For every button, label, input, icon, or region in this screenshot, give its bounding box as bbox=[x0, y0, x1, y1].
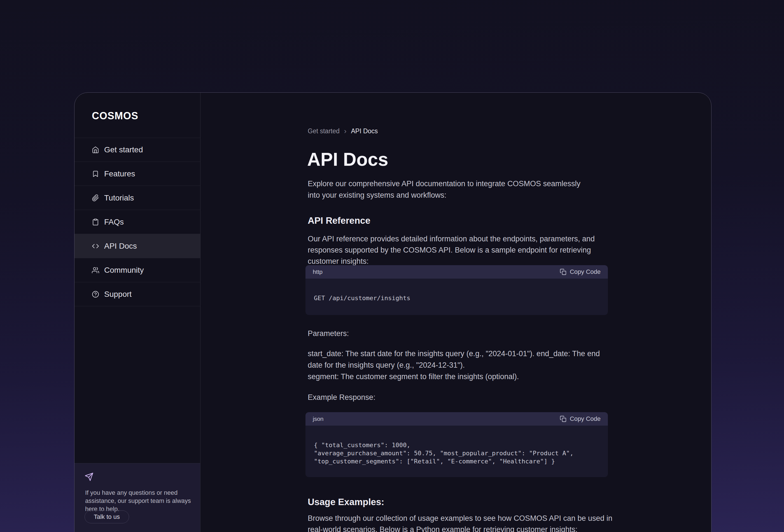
copy-code-button[interactable]: Copy Code bbox=[560, 268, 600, 276]
sidebar-item-faqs[interactable]: FAQs bbox=[75, 210, 200, 234]
usage-examples-text: Browse through our collection of usage e… bbox=[308, 513, 613, 532]
parameters-text: start_date: The start date for the insig… bbox=[308, 348, 616, 383]
breadcrumb-parent[interactable]: Get started bbox=[308, 128, 340, 135]
code-body: { "total_customers": 1000, "average_purc… bbox=[306, 426, 608, 477]
sidebar-item-label: Community bbox=[104, 266, 144, 275]
parameters-label: Parameters: bbox=[308, 328, 349, 339]
talk-to-us-button[interactable]: Talk to us bbox=[85, 510, 129, 523]
intro-text: Explore our comprehensive API documentat… bbox=[308, 178, 593, 201]
page-background: COSMOS Get started Features bbox=[0, 0, 784, 532]
code-header: json Copy Code bbox=[306, 412, 608, 426]
code-line: "average_purchase_amount": 50.75, "most_… bbox=[314, 449, 599, 457]
help-circle-icon bbox=[92, 291, 99, 298]
users-icon bbox=[92, 267, 99, 274]
breadcrumb: Get started › API Docs bbox=[308, 127, 378, 136]
code-block-json: json Copy Code { "total_customers": 1000… bbox=[306, 412, 608, 477]
sidebar-item-label: Tutorials bbox=[104, 194, 134, 202]
sidebar-item-label: API Docs bbox=[104, 242, 137, 251]
copy-code-button[interactable]: Copy Code bbox=[560, 415, 600, 422]
sidebar-item-get-started[interactable]: Get started bbox=[75, 138, 200, 162]
breadcrumb-current: API Docs bbox=[351, 128, 378, 135]
support-message: If you have any questions or need assist… bbox=[85, 488, 191, 513]
sidebar-item-label: FAQs bbox=[104, 218, 124, 226]
bookmark-icon bbox=[92, 170, 99, 177]
sidebar-item-label: Support bbox=[104, 290, 132, 299]
code-language-label: json bbox=[313, 416, 324, 422]
page-title: API Docs bbox=[307, 149, 388, 170]
copy-code-label: Copy Code bbox=[570, 268, 600, 276]
code-header: http Copy Code bbox=[306, 265, 608, 279]
clipboard-icon bbox=[92, 218, 99, 226]
sidebar-item-community[interactable]: Community bbox=[75, 258, 200, 282]
support-panel: If you have any questions or need assist… bbox=[75, 463, 200, 532]
code-language-label: http bbox=[313, 269, 323, 275]
chevron-right-icon: › bbox=[344, 127, 347, 136]
copy-icon bbox=[560, 416, 566, 422]
sidebar-item-tutorials[interactable]: Tutorials bbox=[75, 186, 200, 210]
usage-examples-heading: Usage Examples: bbox=[308, 497, 384, 507]
copy-code-label: Copy Code bbox=[570, 415, 600, 422]
api-reference-text: Our API reference provides detailed info… bbox=[308, 233, 616, 267]
brand-logo: COSMOS bbox=[92, 110, 138, 122]
code-line: "top_customer_segments": ["Retail", "E-c… bbox=[314, 457, 599, 465]
sidebar-item-label: Get started bbox=[104, 145, 143, 154]
sidebar-item-features[interactable]: Features bbox=[75, 162, 200, 186]
code-line: GET /api/customer/insights bbox=[314, 294, 599, 302]
sidebar-item-label: Features bbox=[104, 169, 135, 178]
code-block-http: http Copy Code GET /api/customer/insight… bbox=[306, 265, 608, 315]
send-icon bbox=[85, 472, 93, 481]
sidebar: COSMOS Get started Features bbox=[75, 93, 200, 532]
sidebar-nav: Get started Features Tutorials bbox=[75, 138, 200, 306]
code-icon bbox=[92, 243, 99, 250]
code-line: { "total_customers": 1000, bbox=[314, 441, 599, 449]
sidebar-item-api-docs[interactable]: API Docs bbox=[75, 234, 200, 258]
paperclip-icon bbox=[92, 194, 99, 202]
app-window: COSMOS Get started Features bbox=[74, 92, 711, 532]
copy-icon bbox=[560, 269, 566, 275]
code-body: GET /api/customer/insights bbox=[306, 279, 608, 315]
example-response-label: Example Response: bbox=[308, 392, 375, 403]
sidebar-item-support[interactable]: Support bbox=[75, 282, 200, 306]
api-reference-heading: API Reference bbox=[308, 215, 370, 226]
parameters-line: segment: The customer segment to filter … bbox=[308, 371, 616, 383]
parameters-line: start_date: The start date for the insig… bbox=[308, 348, 616, 371]
home-icon bbox=[92, 146, 99, 153]
